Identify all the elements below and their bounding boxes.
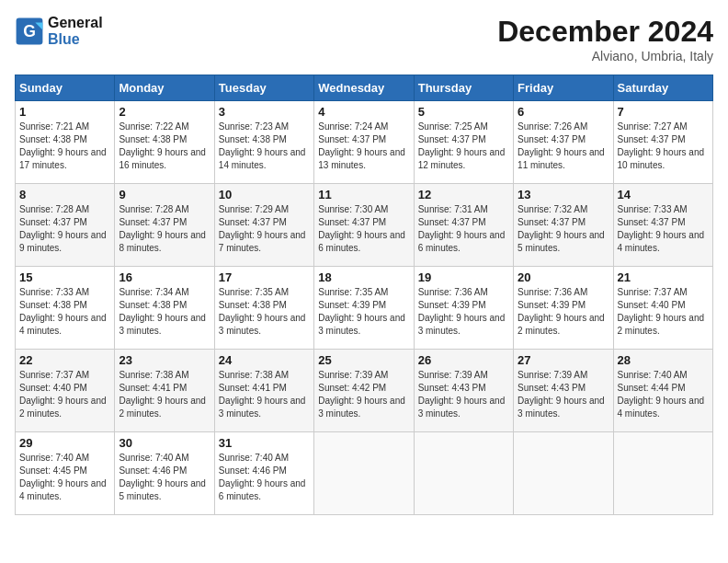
day-cell-9: 9Sunrise: 7:28 AMSunset: 4:37 PMDaylight… — [115, 184, 214, 267]
day-number: 19 — [418, 270, 509, 284]
day-cell-27: 27Sunrise: 7:39 AMSunset: 4:43 PMDayligh… — [514, 350, 613, 432]
day-info: Sunrise: 7:22 AMSunset: 4:38 PMDaylight:… — [119, 121, 210, 172]
day-number: 2 — [119, 105, 210, 119]
day-number: 14 — [618, 188, 709, 201]
col-header-saturday: Saturday — [613, 75, 712, 101]
day-cell-12: 12Sunrise: 7:31 AMSunset: 4:37 PMDayligh… — [414, 184, 513, 267]
day-cell-16: 16Sunrise: 7:34 AMSunset: 4:38 PMDayligh… — [115, 267, 214, 350]
day-cell-20: 20Sunrise: 7:36 AMSunset: 4:39 PMDayligh… — [514, 267, 613, 350]
day-number: 11 — [318, 188, 409, 201]
day-cell-14: 14Sunrise: 7:33 AMSunset: 4:37 PMDayligh… — [613, 184, 712, 267]
day-info: Sunrise: 7:30 AMSunset: 4:37 PMDaylight:… — [318, 203, 409, 255]
day-info: Sunrise: 7:28 AMSunset: 4:37 PMDaylight:… — [19, 203, 110, 255]
day-info: Sunrise: 7:36 AMSunset: 4:39 PMDaylight:… — [518, 286, 609, 338]
col-header-friday: Friday — [514, 75, 613, 101]
day-cell-30: 30Sunrise: 7:40 AMSunset: 4:46 PMDayligh… — [115, 432, 214, 515]
day-info: Sunrise: 7:35 AMSunset: 4:38 PMDaylight:… — [219, 286, 310, 338]
day-number: 22 — [19, 353, 110, 367]
svg-text:G: G — [23, 22, 36, 40]
day-cell-26: 26Sunrise: 7:39 AMSunset: 4:43 PMDayligh… — [414, 350, 513, 432]
day-cell-5: 5Sunrise: 7:25 AMSunset: 4:37 PMDaylight… — [414, 101, 513, 184]
calendar-week-4: 22Sunrise: 7:37 AMSunset: 4:40 PMDayligh… — [16, 350, 713, 432]
day-number: 27 — [518, 353, 609, 367]
day-cell-10: 10Sunrise: 7:29 AMSunset: 4:37 PMDayligh… — [214, 184, 313, 267]
day-number: 18 — [318, 270, 409, 284]
day-info: Sunrise: 7:21 AMSunset: 4:38 PMDaylight:… — [19, 121, 110, 172]
day-cell-6: 6Sunrise: 7:26 AMSunset: 4:37 PMDaylight… — [514, 101, 613, 184]
day-cell-1: 1Sunrise: 7:21 AMSunset: 4:38 PMDaylight… — [16, 101, 115, 184]
day-info: Sunrise: 7:31 AMSunset: 4:37 PMDaylight:… — [418, 203, 509, 255]
day-info: Sunrise: 7:28 AMSunset: 4:37 PMDaylight:… — [119, 203, 210, 255]
day-number: 21 — [618, 270, 709, 284]
logo: G General Blue — [15, 15, 103, 47]
day-info: Sunrise: 7:40 AMSunset: 4:45 PMDaylight:… — [19, 452, 110, 503]
day-cell-3: 3Sunrise: 7:23 AMSunset: 4:38 PMDaylight… — [214, 101, 313, 184]
empty-cell — [414, 432, 513, 515]
day-number: 31 — [219, 436, 310, 450]
day-number: 30 — [119, 436, 210, 450]
calendar-table: SundayMondayTuesdayWednesdayThursdayFrid… — [15, 75, 713, 515]
calendar-week-2: 8Sunrise: 7:28 AMSunset: 4:37 PMDaylight… — [16, 184, 713, 267]
day-info: Sunrise: 7:39 AMSunset: 4:43 PMDaylight:… — [418, 369, 509, 420]
calendar-week-5: 29Sunrise: 7:40 AMSunset: 4:45 PMDayligh… — [16, 432, 713, 515]
month-title: December 2024 — [497, 15, 713, 49]
day-number: 7 — [618, 105, 709, 119]
day-info: Sunrise: 7:33 AMSunset: 4:38 PMDaylight:… — [19, 286, 110, 338]
day-cell-18: 18Sunrise: 7:35 AMSunset: 4:39 PMDayligh… — [314, 267, 414, 350]
day-number: 24 — [219, 353, 310, 367]
day-info: Sunrise: 7:24 AMSunset: 4:37 PMDaylight:… — [318, 121, 409, 172]
day-number: 28 — [618, 353, 709, 367]
day-number: 13 — [518, 188, 609, 201]
day-info: Sunrise: 7:25 AMSunset: 4:37 PMDaylight:… — [418, 121, 509, 172]
day-number: 3 — [219, 105, 310, 119]
calendar-week-3: 15Sunrise: 7:33 AMSunset: 4:38 PMDayligh… — [16, 267, 713, 350]
day-cell-29: 29Sunrise: 7:40 AMSunset: 4:45 PMDayligh… — [16, 432, 115, 515]
day-number: 20 — [518, 270, 609, 284]
day-info: Sunrise: 7:40 AMSunset: 4:46 PMDaylight:… — [119, 452, 210, 503]
day-number: 25 — [318, 353, 409, 367]
day-info: Sunrise: 7:40 AMSunset: 4:46 PMDaylight:… — [219, 452, 310, 503]
day-number: 15 — [19, 270, 110, 284]
col-header-tuesday: Tuesday — [214, 75, 313, 101]
col-header-thursday: Thursday — [414, 75, 513, 101]
col-header-wednesday: Wednesday — [314, 75, 414, 101]
day-number: 26 — [418, 353, 509, 367]
day-info: Sunrise: 7:40 AMSunset: 4:44 PMDaylight:… — [618, 369, 709, 420]
day-number: 16 — [119, 270, 210, 284]
day-number: 9 — [119, 188, 210, 201]
day-cell-22: 22Sunrise: 7:37 AMSunset: 4:40 PMDayligh… — [16, 350, 115, 432]
day-info: Sunrise: 7:26 AMSunset: 4:37 PMDaylight:… — [518, 121, 609, 172]
day-info: Sunrise: 7:32 AMSunset: 4:37 PMDaylight:… — [518, 203, 609, 255]
day-cell-7: 7Sunrise: 7:27 AMSunset: 4:37 PMDaylight… — [613, 101, 712, 184]
col-header-sunday: Sunday — [16, 75, 115, 101]
empty-cell — [314, 432, 414, 515]
logo-text-line2: Blue — [48, 31, 103, 48]
day-cell-23: 23Sunrise: 7:38 AMSunset: 4:41 PMDayligh… — [115, 350, 214, 432]
day-info: Sunrise: 7:36 AMSunset: 4:39 PMDaylight:… — [418, 286, 509, 338]
day-info: Sunrise: 7:34 AMSunset: 4:38 PMDaylight:… — [119, 286, 210, 338]
calendar-week-1: 1Sunrise: 7:21 AMSunset: 4:38 PMDaylight… — [16, 101, 713, 184]
day-number: 6 — [518, 105, 609, 119]
day-number: 17 — [219, 270, 310, 284]
day-cell-4: 4Sunrise: 7:24 AMSunset: 4:37 PMDaylight… — [314, 101, 414, 184]
day-info: Sunrise: 7:37 AMSunset: 4:40 PMDaylight:… — [618, 286, 709, 338]
day-info: Sunrise: 7:27 AMSunset: 4:37 PMDaylight:… — [618, 121, 709, 172]
day-cell-2: 2Sunrise: 7:22 AMSunset: 4:38 PMDaylight… — [115, 101, 214, 184]
day-number: 5 — [418, 105, 509, 119]
day-number: 23 — [119, 353, 210, 367]
empty-cell — [514, 432, 613, 515]
day-info: Sunrise: 7:29 AMSunset: 4:37 PMDaylight:… — [219, 203, 310, 255]
day-number: 8 — [19, 188, 110, 201]
day-number: 29 — [19, 436, 110, 450]
day-info: Sunrise: 7:39 AMSunset: 4:43 PMDaylight:… — [518, 369, 609, 420]
day-cell-13: 13Sunrise: 7:32 AMSunset: 4:37 PMDayligh… — [514, 184, 613, 267]
day-cell-15: 15Sunrise: 7:33 AMSunset: 4:38 PMDayligh… — [16, 267, 115, 350]
day-cell-8: 8Sunrise: 7:28 AMSunset: 4:37 PMDaylight… — [16, 184, 115, 267]
logo-text-line1: General — [48, 15, 103, 31]
empty-cell — [613, 432, 712, 515]
day-cell-24: 24Sunrise: 7:38 AMSunset: 4:41 PMDayligh… — [214, 350, 313, 432]
col-header-monday: Monday — [115, 75, 214, 101]
title-block: December 2024 Alviano, Umbria, Italy — [497, 15, 713, 63]
day-cell-21: 21Sunrise: 7:37 AMSunset: 4:40 PMDayligh… — [613, 267, 712, 350]
day-info: Sunrise: 7:35 AMSunset: 4:39 PMDaylight:… — [318, 286, 409, 338]
